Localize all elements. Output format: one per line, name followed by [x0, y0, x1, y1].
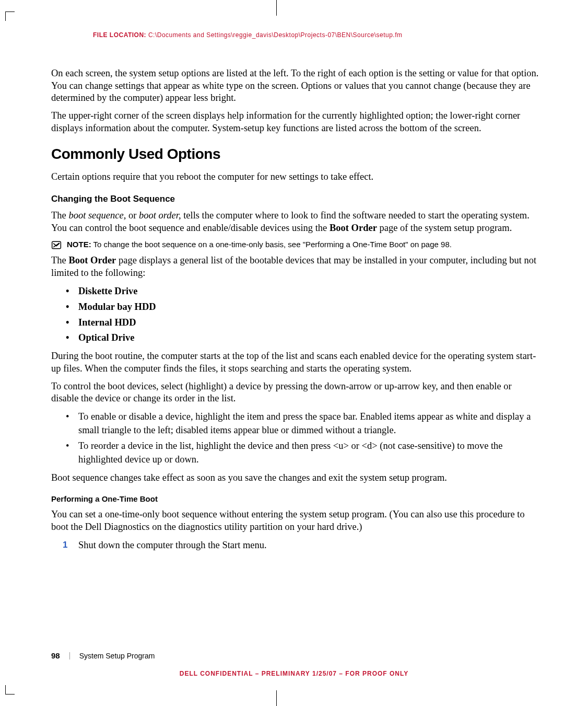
- page-footer: 98 System Setup Program: [51, 651, 155, 660]
- page-number: 98: [51, 651, 60, 660]
- during-boot-paragraph: During the boot routine, the computer st…: [51, 350, 541, 375]
- step-number: 1: [63, 539, 67, 551]
- crop-corner-top-left: [5, 11, 15, 21]
- heading-commonly-used-options: Commonly Used Options: [51, 146, 541, 163]
- list-item: Internal HDD: [51, 316, 541, 330]
- file-location-path: C:\Documents and Settings\reggie_davis\D…: [146, 31, 402, 39]
- text-italic: boot order,: [139, 210, 181, 221]
- footer-divider: [69, 652, 70, 659]
- list-item: To reorder a device in the list, highlig…: [51, 439, 541, 467]
- instruction-list: To enable or disable a device, highlight…: [51, 410, 541, 467]
- boot-order-paragraph: The Boot Order page displays a general l…: [51, 254, 541, 279]
- text-fragment: menu.: [240, 540, 266, 550]
- list-item: Modular bay HDD: [51, 300, 541, 314]
- note-block: NOTE: To change the boot sequence on a o…: [51, 239, 541, 250]
- intro-paragraph-1: On each screen, the system setup options…: [51, 67, 541, 105]
- commonly-used-paragraph: Certain options require that you reboot …: [51, 171, 541, 183]
- boot-sequence-paragraph: The boot sequence, or boot order, tells …: [51, 210, 541, 234]
- note-body: To change the boot sequence on a one-tim…: [91, 240, 452, 249]
- one-time-boot-paragraph: You can set a one-time-only boot sequenc…: [51, 508, 541, 533]
- crop-corner-bottom-left: [5, 685, 15, 695]
- file-location-label: FILE LOCATION:: [93, 31, 146, 39]
- step-list: 1 Shut down the computer through the Sta…: [51, 539, 541, 552]
- text-italic: boot sequence,: [68, 210, 126, 221]
- text-bold: Boot Order: [330, 223, 377, 233]
- list-item: To enable or disable a device, highlight…: [51, 410, 541, 437]
- text-bold: Boot Order: [68, 255, 116, 265]
- list-item: 1 Shut down the computer through the Sta…: [51, 539, 541, 552]
- text-fragment: or: [126, 210, 139, 221]
- boot-changes-paragraph: Boot sequence changes take effect as soo…: [51, 472, 541, 484]
- intro-paragraph-2: The upper-right corner of the screen dis…: [51, 110, 541, 134]
- control-boot-paragraph: To control the boot devices, select (hig…: [51, 380, 541, 405]
- note-label: NOTE:: [67, 240, 91, 249]
- text-fragment: Shut down the computer through the: [78, 540, 222, 550]
- device-list: Diskette Drive Modular bay HDD Internal …: [51, 285, 541, 345]
- list-item: Diskette Drive: [51, 285, 541, 298]
- list-item: Optical Drive: [51, 331, 541, 345]
- crop-mark-top: [276, 0, 277, 16]
- text-bold: Start: [222, 540, 240, 550]
- note-icon: [51, 240, 62, 250]
- crop-mark-bottom: [276, 690, 277, 706]
- heading-changing-boot-sequence: Changing the Boot Sequence: [51, 194, 541, 204]
- text-fragment: page of the system setup program.: [377, 223, 512, 233]
- confidential-footer: DELL CONFIDENTIAL – PRELIMINARY 1/25/07 …: [0, 670, 588, 677]
- heading-one-time-boot: Performing a One-Time Boot: [51, 494, 541, 503]
- text-fragment: page displays a general list of the boot…: [51, 255, 536, 278]
- file-location-header: FILE LOCATION: C:\Documents and Settings…: [93, 31, 541, 39]
- section-title: System Setup Program: [79, 652, 155, 660]
- text-fragment: The: [51, 210, 68, 221]
- text-fragment: The: [51, 255, 68, 265]
- note-text: NOTE: To change the boot sequence on a o…: [67, 239, 452, 250]
- page-content: FILE LOCATION: C:\Documents and Settings…: [51, 31, 541, 664]
